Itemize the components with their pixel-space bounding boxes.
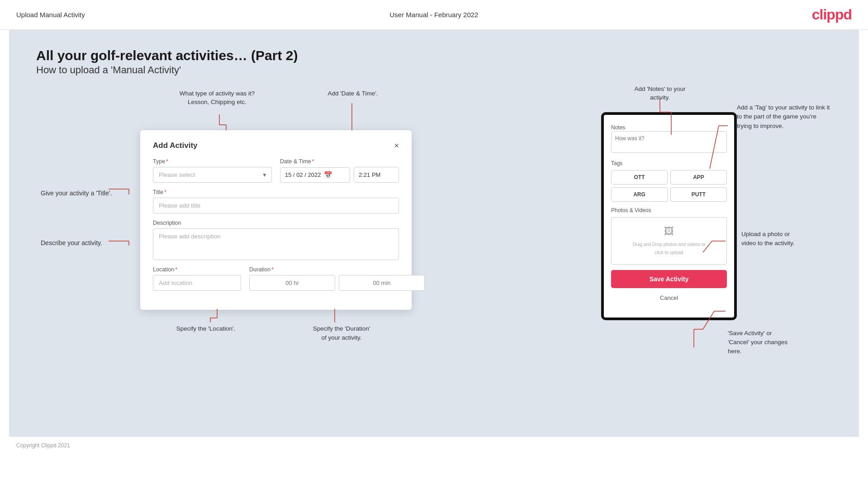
photos-label: Photos & Videos bbox=[611, 207, 727, 213]
save-activity-button[interactable]: Save Activity bbox=[611, 270, 727, 288]
calendar-icon: 📅 bbox=[324, 171, 332, 179]
photo-upload-icon: 🖼 bbox=[616, 226, 722, 237]
type-group: Type* Please select ▼ bbox=[153, 158, 272, 183]
annotation-upload-photo: Upload a photo orvideo to the activity. bbox=[741, 230, 832, 248]
annotation-save-cancel: 'Save Activity' or'Cancel' your changesh… bbox=[728, 329, 832, 356]
title-group: Title* bbox=[153, 189, 399, 213]
notes-textarea[interactable] bbox=[611, 131, 727, 153]
duration-label: Duration* bbox=[249, 266, 425, 273]
top-bar: Upload Manual Activity User Manual - Feb… bbox=[0, 0, 868, 30]
modal-header: Add Activity × bbox=[153, 141, 399, 150]
main-content: All your golf-relevant activities… (Part… bbox=[9, 30, 859, 437]
annotation-add-notes: Add 'Notes' to youractivity. bbox=[619, 85, 701, 102]
phone-mockup: Notes Tags OTT APP ARG PUTT Photos & Vid… bbox=[601, 112, 737, 320]
date-time-group: 15 / 02 / 2022 📅 bbox=[280, 167, 399, 183]
title-label: Title* bbox=[153, 189, 399, 195]
location-duration-row: Location* Duration* bbox=[153, 266, 399, 291]
modal-dialog: Add Activity × Type* Please select ▼ bbox=[140, 130, 412, 310]
location-label: Location* bbox=[153, 266, 241, 273]
datetime-label: Date & Time* bbox=[280, 158, 399, 165]
heading-secondary: How to upload a 'Manual Activity' bbox=[36, 64, 832, 76]
tags-grid: OTT APP ARG PUTT bbox=[611, 170, 727, 202]
tag-putt[interactable]: PUTT bbox=[670, 187, 727, 202]
tag-arg[interactable]: ARG bbox=[611, 187, 668, 202]
duration-inputs bbox=[249, 275, 425, 291]
close-button[interactable]: × bbox=[394, 142, 399, 150]
modal-title: Add Activity bbox=[153, 141, 198, 150]
annotation-what-type: What type of activity was it?Lesson, Chi… bbox=[176, 90, 258, 107]
annotation-specify-location: Specify the 'Location'. bbox=[165, 324, 247, 343]
description-input[interactable] bbox=[153, 228, 399, 260]
type-label: Type* bbox=[153, 158, 272, 165]
annotation-give-title: Give your activity a 'Title'. bbox=[41, 189, 112, 198]
description-group: Description bbox=[153, 220, 399, 260]
type-select[interactable]: Please select bbox=[153, 167, 272, 183]
logo: clippd bbox=[812, 6, 852, 23]
duration-hr-input[interactable] bbox=[249, 275, 335, 291]
tag-ott[interactable]: OTT bbox=[611, 170, 668, 185]
footer: Copyright Clippd 2021 bbox=[0, 437, 868, 454]
type-datetime-row: Type* Please select ▼ Date & Time* bbox=[153, 158, 399, 183]
date-input[interactable]: 15 / 02 / 2022 📅 bbox=[280, 167, 350, 183]
page-heading: All your golf-relevant activities… (Part… bbox=[36, 48, 832, 76]
upload-area[interactable]: 🖼 Drag and Drop photos and videos orclic… bbox=[611, 217, 727, 265]
time-input[interactable] bbox=[354, 167, 399, 183]
datetime-group: Date & Time* 15 / 02 / 2022 📅 bbox=[280, 158, 399, 183]
copyright-text: Copyright Clippd 2021 bbox=[16, 442, 70, 449]
title-input[interactable] bbox=[153, 198, 399, 213]
tags-label: Tags bbox=[611, 160, 727, 166]
cancel-button[interactable]: Cancel bbox=[611, 292, 727, 304]
duration-group: Duration* bbox=[249, 266, 425, 291]
location-group: Location* bbox=[153, 266, 241, 291]
description-label: Description bbox=[153, 220, 399, 226]
page-subtitle: Upload Manual Activity bbox=[16, 11, 85, 19]
annotation-specify-duration: Specify the 'Duration'of your activity. bbox=[296, 324, 387, 343]
annotation-add-datetime: Add 'Date & Time'. bbox=[317, 90, 389, 98]
bottom-arrows-up bbox=[140, 309, 412, 322]
duration-min-input[interactable] bbox=[339, 275, 425, 291]
type-select-wrap: Please select ▼ bbox=[153, 167, 272, 183]
tag-app[interactable]: APP bbox=[670, 170, 727, 185]
heading-primary: All your golf-relevant activities… (Part… bbox=[36, 48, 832, 63]
location-input[interactable] bbox=[153, 275, 241, 291]
upload-text: Drag and Drop photos and videos orclick … bbox=[632, 242, 705, 255]
annotation-describe: Describe your activity. bbox=[41, 239, 102, 248]
annotation-add-tag: Add a 'Tag' to your activity to link it … bbox=[737, 103, 832, 131]
notes-label: Notes bbox=[611, 124, 625, 131]
document-title: User Manual - February 2022 bbox=[390, 11, 479, 19]
